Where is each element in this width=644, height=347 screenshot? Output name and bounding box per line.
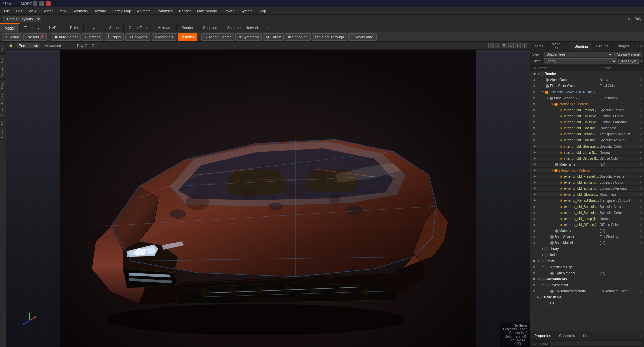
row-arrow-icon[interactable]: ▾: [640, 127, 643, 130]
shader-view-dropdown[interactable]: Shader Tree: [544, 52, 613, 57]
viewport[interactable]: 🔒 Perspective Advanced | Ray GL: Off ⛶ ↺…: [6, 42, 530, 347]
eye-icon[interactable]: 👁: [531, 216, 537, 222]
eye-icon[interactable]: 👁: [531, 125, 537, 131]
vertices-button[interactable]: • Vertices: [82, 33, 103, 41]
eye-icon[interactable]: 👁: [531, 228, 537, 234]
viewport-tab-perspective[interactable]: Perspective: [17, 43, 40, 48]
eye-icon[interactable]: 👁: [531, 222, 537, 228]
shader-tree-row[interactable]: 👁▣interior_old_Diffuse (Image)Diffuse Co…: [530, 156, 644, 162]
add-tab-button[interactable]: +: [264, 24, 271, 31]
eye-icon[interactable]: 👁: [531, 258, 537, 264]
eye-icon[interactable]: 👁: [531, 198, 537, 204]
shader-tree-row[interactable]: 👁▼Base Shader (2)Full Shading▾: [530, 95, 644, 101]
select-through-button[interactable]: ⊙ Select Through: [312, 33, 347, 41]
eye-icon[interactable]: 👁: [531, 101, 537, 107]
eye-icon[interactable]: 👁: [531, 282, 537, 288]
layout-dropdown[interactable]: Default Layouts: [3, 16, 41, 22]
shader-tree-row[interactable]: 👁▣exterior_Refract (Image)Transparent Am…: [530, 198, 644, 204]
viewport-icon-4[interactable]: ⚙: [508, 43, 514, 48]
row-arrow-icon[interactable]: ▾: [640, 175, 643, 178]
tool-edge[interactable]: Edge: [0, 79, 6, 91]
row-arrow-icon[interactable]: ▾: [640, 181, 643, 184]
shader-tree-row[interactable]: ▶Bake Items: [530, 294, 644, 300]
shader-tree-row[interactable]: 👁Base ShaderFull Shading▾: [530, 234, 644, 240]
shader-tree-row[interactable]: 👁▣interior_old_Fresnel (Image)Specular F…: [530, 107, 644, 113]
tab-layout[interactable]: Layout: [84, 23, 104, 32]
eye-icon[interactable]: [531, 294, 537, 300]
tool-polygon[interactable]: Polygon: [0, 91, 6, 106]
snapping-button[interactable]: ⊞ Snapping: [285, 33, 311, 41]
menu-texture[interactable]: Texture: [92, 8, 109, 14]
eye-icon[interactable]: 👁: [531, 119, 537, 125]
menu-item[interactable]: Item: [56, 8, 68, 14]
tab-model[interactable]: Model: [0, 23, 20, 32]
viewport-tab-advanced[interactable]: Advanced: [43, 43, 63, 48]
shader-tree-row[interactable]: ▶Library: [530, 246, 644, 252]
row-arrow-icon[interactable]: ▾: [640, 157, 643, 160]
shader-tree-row[interactable]: 👁▣exterior_old_Diffuse (Image)Diffuse Co…: [530, 222, 644, 228]
rp-tab-items[interactable]: Items: [530, 42, 548, 50]
shader-tree-row[interactable]: 👁Material(all)▾: [530, 228, 644, 234]
shader-tree-row[interactable]: 👁▣interior_old_Glossiness (Image) (2)Rou…: [530, 125, 644, 131]
shader-tree-row[interactable]: 👁Material (2)(all)▾: [530, 162, 644, 168]
add-layer-button[interactable]: Add Layer: [618, 59, 639, 64]
eye-icon[interactable]: [531, 300, 537, 306]
eye-icon[interactable]: 👁: [531, 71, 537, 77]
minimize-button[interactable]: —: [33, 1, 37, 6]
expand-icon[interactable]: ▼: [537, 72, 540, 75]
sculpt-button[interactable]: ✦ Sculpt: [2, 33, 22, 41]
eye-icon[interactable]: 👁: [531, 113, 537, 119]
polygons-button[interactable]: ◇ Polygons: [125, 33, 150, 41]
row-arrow-icon[interactable]: ▾: [640, 97, 643, 100]
menu-file[interactable]: File: [1, 8, 13, 14]
expand-icon[interactable]: ▼: [537, 259, 540, 263]
row-arrow-icon[interactable]: ▾: [640, 109, 643, 112]
shader-tree-row[interactable]: 👁Alpha OutputAlpha▾: [530, 77, 644, 83]
eye-icon[interactable]: 👁: [531, 162, 537, 168]
shader-tree-row[interactable]: 👁▼interior_old (Material): [530, 101, 644, 107]
row-arrow-icon[interactable]: ▾: [640, 241, 643, 245]
rp-collapse-icon[interactable]: ⤡: [639, 44, 642, 48]
expand-icon[interactable]: ▼: [551, 169, 554, 172]
command-input[interactable]: [550, 341, 642, 346]
filter-expand-icon[interactable]: ⟩: [641, 59, 642, 63]
eye-icon[interactable]: 👁: [531, 276, 537, 282]
pr-tab-properties[interactable]: Properties: [530, 332, 555, 339]
row-arrow-icon[interactable]: ▾: [640, 163, 643, 166]
expand-icon[interactable]: ▶: [542, 253, 544, 256]
shader-tree-row[interactable]: 👁▣interior_old_Refract (Image)Transparen…: [530, 131, 644, 137]
shader-tree-row[interactable]: 👁▼Environments: [530, 276, 644, 282]
rp-tab-shading[interactable]: Shading: [570, 42, 592, 50]
eye-icon[interactable]: [531, 246, 537, 252]
tab-topology[interactable]: Topology: [20, 23, 44, 32]
workplane-button[interactable]: ⊟ WorkPlane: [348, 33, 377, 41]
eye-icon[interactable]: 👁: [531, 168, 537, 174]
eye-icon[interactable]: [531, 252, 537, 258]
row-arrow-icon[interactable]: ▾: [640, 235, 643, 239]
menu-help[interactable]: Help: [256, 8, 269, 14]
row-arrow-icon[interactable]: ▾: [640, 133, 643, 136]
expand-icon[interactable]: ▼: [542, 284, 544, 287]
eye-icon[interactable]: 👁: [531, 83, 537, 89]
tool-deform[interactable]: Deform: [0, 65, 6, 79]
materials-button[interactable]: ◈ Materials: [152, 33, 177, 41]
row-arrow-icon[interactable]: ▾: [640, 205, 643, 209]
row-arrow-icon[interactable]: ▾: [640, 151, 643, 154]
eye-icon[interactable]: 👁: [531, 107, 537, 113]
shader-tree-row[interactable]: 👁Base Material(all)▾: [530, 240, 644, 246]
eye-icon[interactable]: 👁: [531, 264, 537, 270]
shader-tree-row[interactable]: 👁Light Material(all)▾: [530, 270, 644, 276]
shader-tree-row[interactable]: 👁▣interior_old_bump (Image)Normal▾: [530, 150, 644, 156]
eye-icon[interactable]: 👁: [531, 131, 537, 137]
row-arrow-icon[interactable]: ▾: [640, 78, 643, 82]
shader-tree-row[interactable]: 👁▼exterior_old (Material): [530, 168, 644, 174]
tool-curve[interactable]: Curve: [0, 106, 6, 118]
eye-icon[interactable]: 👁: [531, 234, 537, 240]
expand-icon[interactable]: ▶: [537, 296, 539, 299]
menu-animate[interactable]: Animate: [134, 8, 153, 14]
presets-button[interactable]: Presets 📌: [23, 33, 47, 41]
shader-tree-row[interactable]: 👁▼Lights: [530, 258, 644, 264]
menu-geometry[interactable]: Geometry: [69, 8, 91, 14]
shader-tree-row[interactable]: 👁▣exterior_old_Glossiness (Image)Roughne…: [530, 192, 644, 198]
symmetry-button[interactable]: ⇔ Symmetry: [235, 33, 262, 41]
